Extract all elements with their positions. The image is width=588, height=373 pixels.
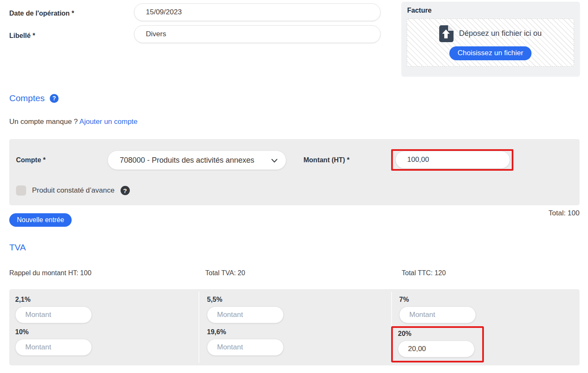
tva-rate-label: 2,1% [15,296,92,303]
tva-panel: 2,1% 5,5% 7% 10% 19,6% 20% [9,289,580,365]
tva-rate-label: 10% [15,328,92,336]
tva-field-10: 10% [15,328,92,356]
tva-amount-input[interactable] [207,306,284,323]
help-icon[interactable]: ? [50,94,59,103]
compte-select[interactable]: 708000 - Produits des activités annexes [107,150,286,170]
tva-summary-ttc: Total TTC: 120 [402,269,446,277]
facture-title: Facture [407,7,432,14]
date-input[interactable] [134,3,381,21]
account-missing-text: Un compte manque ? [9,118,79,126]
tva-amount-input[interactable] [399,306,476,323]
compte-label: Compte * [16,156,46,164]
account-missing-line: Un compte manque ? Ajouter un compte [9,118,137,126]
tva-amount-input[interactable] [15,306,92,323]
comptes-heading: Comptes ? [9,93,59,103]
tva-summary-tva: Total TVA: 20 [205,269,245,277]
pca-row: Produit constaté d’avance ? [16,185,130,196]
tva-summary-ht: Rappel du montant HT: 100 [9,269,91,277]
tva-field-19-6: 19,6% [207,328,284,356]
tva-field-7: 7% [399,296,476,323]
libelle-label: Libellé * [9,32,35,40]
tva-amount-input[interactable] [398,341,475,357]
tva-rate-label: 5,5% [207,296,284,303]
tva-field-2-1: 2,1% [15,296,92,323]
operation-form-page: Date de l'opération * Libellé * Facture … [0,0,588,373]
tva-rate-label: 7% [399,296,476,303]
montant-ht-label: Montant (HT) * [303,156,349,164]
pca-label: Produit constaté d’avance [32,186,115,195]
pca-checkbox[interactable] [16,185,26,196]
comptes-total: Total: 100 [548,209,580,217]
tva-amount-input[interactable] [15,339,92,356]
dropzone-text: Déposez un fichier ici ou [459,29,542,38]
red-highlight-montant-ht [391,149,513,171]
add-account-link[interactable]: Ajouter un compte [79,118,137,126]
tva-amount-input[interactable] [207,339,284,356]
new-entry-button[interactable]: Nouvelle entrée [9,213,72,227]
tva-rate-label: 20% [398,330,475,338]
tva-field-5-5: 5,5% [207,296,284,323]
column-divider [199,292,199,363]
choose-file-button[interactable]: Choisissez un fichier [449,46,532,60]
libelle-input[interactable] [134,25,381,43]
comptes-heading-text: Comptes [9,93,45,103]
file-dropzone[interactable]: Déposez un fichier ici ou Choisissez un … [407,19,574,67]
tva-heading: TVA [9,242,26,252]
red-highlight-tva-20: 20% [391,326,484,362]
chevron-down-icon [271,156,277,165]
tva-field-20: 20% [398,330,475,357]
file-upload-icon [439,25,454,42]
compte-selected-option: 708000 - Produits des activités annexes [120,156,254,165]
montant-ht-input[interactable] [395,151,510,169]
compte-entry-panel: Compte * 708000 - Produits des activités… [9,139,580,205]
tva-rate-label: 19,6% [207,328,284,336]
help-icon[interactable]: ? [121,186,130,195]
date-label: Date de l'opération * [9,9,74,18]
facture-panel: Facture Déposez un fichier ici ou Choisi… [401,2,580,77]
tva-heading-text: TVA [9,242,26,252]
